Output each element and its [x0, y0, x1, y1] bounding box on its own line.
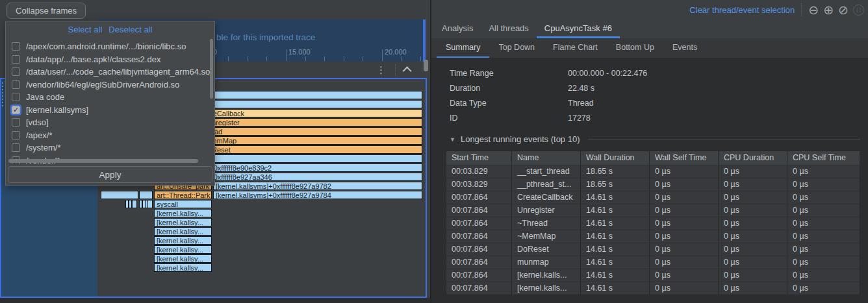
table-row[interactable]: 00:07.864CreateCallback14.61 s0 µs0 µs0 … [446, 191, 860, 204]
tab-cpuasynctask-6[interactable]: CpuAsyncTask #6 [537, 19, 620, 38]
frames-list-item[interactable]: /apex/* [6, 129, 210, 142]
table-row[interactable]: 00:07.864DoReset14.61 s0 µs0 µs0 µs [446, 243, 860, 256]
table-cell: 0 µs [787, 230, 861, 243]
table-cell: 0 µs [718, 269, 787, 282]
checkbox[interactable] [12, 143, 20, 152]
flame-bar[interactable]: [kernel.kallsy... [154, 263, 212, 272]
table-row[interactable]: 00:07.864[kernel.kalls...14.61 s0 µs0 µs… [446, 269, 860, 282]
ruler-minor-tick [324, 56, 325, 61]
events-section-header[interactable]: ▼ Longest running events (top 10) [450, 134, 860, 144]
checkbox[interactable] [12, 80, 20, 89]
subtab-top-down[interactable]: Top Down [489, 38, 544, 58]
frames-list-item[interactable]: /data/user/.../code_cache/libjvmtiagent_… [6, 66, 210, 79]
table-cell: [kernel.kalls... [511, 269, 580, 282]
summary-row-label: Duration [450, 84, 568, 93]
frames-list-item[interactable]: ✓[kernel.kallsyms] [6, 104, 210, 117]
table-row[interactable]: 00:03.829__pthread_st...18.65 s0 µs0 µs0… [446, 178, 860, 191]
left-toolbar: Collapse frames [0, 0, 430, 19]
frames-list-vertical-scrollbar[interactable] [210, 39, 213, 99]
flame-bar[interactable] [101, 191, 138, 199]
table-row[interactable]: 00:07.864~Thread14.61 s0 µs0 µs0 µs [446, 217, 860, 230]
flame-bar[interactable]: [kernel.kallsy... [154, 254, 212, 263]
frames-list-item[interactable]: [vdso] [6, 116, 210, 129]
table-cell: 0 µs [649, 282, 718, 295]
summary-row-label: ID [450, 114, 568, 123]
subtab-summary[interactable]: Summary [437, 38, 489, 58]
flame-bar[interactable]: [kernel.kallsy... [154, 227, 212, 236]
column-header-start-time[interactable]: Start Time [446, 151, 511, 165]
table-cell: 00:07.864 [446, 282, 511, 295]
clear-selection-link[interactable]: Clear thread/event selection [689, 5, 795, 15]
summary-row: Time Range00:00.000 - 00:22.476 [450, 66, 868, 80]
more-options-icon[interactable]: ⋮ [376, 64, 386, 76]
subtab-flame-chart[interactable]: Flame Chart [544, 38, 607, 58]
flame-bar[interactable]: [kernel.kallsyms]+0xffffff8e927a9784 [213, 191, 422, 199]
frames-list-item[interactable]: /vendor/lib64/egl/eglSubDriverAndroid.so [6, 79, 210, 91]
frames-list-item[interactable]: Java code [6, 91, 210, 104]
frames-list-item[interactable]: /system/* [6, 141, 210, 154]
table-row[interactable]: 00:03.829__start_thread18.65 s0 µs0 µs0 … [446, 165, 860, 178]
subtab-events[interactable]: Events [663, 38, 706, 58]
ruler-minor-tick [248, 56, 248, 61]
column-header-cpu-self-time[interactable]: CPU Self Time [787, 151, 861, 165]
checkbox[interactable] [12, 55, 20, 64]
column-header-name[interactable]: Name [511, 151, 580, 165]
table-cell: 00:03.829 [446, 178, 511, 191]
table-row[interactable]: 00:07.864~MemMap14.61 s0 µs0 µs0 µs [446, 230, 860, 243]
divider [395, 64, 396, 76]
table-cell: 14.61 s [580, 191, 649, 204]
checkbox[interactable] [12, 131, 20, 139]
column-header-wall-duration[interactable]: Wall Duration [580, 151, 649, 165]
apply-button[interactable]: Apply [8, 166, 212, 183]
collapse-frames-button[interactable]: Collapse frames [6, 3, 86, 19]
collapse-chevron-icon[interactable] [403, 66, 412, 75]
flame-bar[interactable] [132, 200, 137, 208]
summary-row-value: 22.48 s [568, 84, 594, 93]
table-cell: 0 µs [649, 256, 718, 269]
frames-item-label: /apex/com.android.runtime/.../bionic/lib… [26, 42, 186, 51]
table-cell: 0 µs [718, 217, 787, 230]
table-cell: 0 µs [649, 191, 718, 204]
frames-list-item[interactable]: /apex/com.android.runtime/.../bionic/lib… [6, 40, 210, 53]
table-row[interactable]: 00:07.864Unregister14.61 s0 µs0 µs0 µs [446, 204, 860, 217]
zoom-out-icon[interactable]: ⊖ [808, 4, 819, 16]
table-cell: 0 µs [787, 191, 861, 204]
summary-row-value: Thread [568, 99, 594, 108]
flame-bar[interactable]: [kernel.kallsy... [154, 245, 212, 254]
flame-bar[interactable]: art::Thread::Park [154, 191, 212, 199]
column-header-cpu-duration[interactable]: CPU Duration [718, 151, 787, 165]
column-header-wall-self-time[interactable]: Wall Self Time [649, 151, 718, 165]
flame-bar[interactable]: syscall [154, 200, 212, 208]
flame-bar[interactable] [147, 200, 153, 208]
zoom-to-selection-icon[interactable]: [ ] [853, 5, 864, 16]
drag-handle[interactable] [2, 82, 3, 107]
table-cell: 00:07.864 [446, 243, 511, 256]
tab-all-threads[interactable]: All threads [481, 19, 536, 38]
checkbox[interactable] [12, 93, 20, 101]
frames-list-item[interactable]: /data/app/.../base.apk!/classes2.dex [6, 53, 210, 66]
table-cell: 14.61 s [580, 230, 649, 243]
flame-bar[interactable]: [kernel.kallsy... [154, 236, 212, 245]
checkbox[interactable] [12, 67, 20, 76]
vertical-scrollbar[interactable] [424, 60, 428, 71]
select-all-link[interactable]: Select all [68, 25, 103, 34]
reset-zoom-icon[interactable]: ⊘ [838, 4, 849, 16]
checkbox[interactable] [12, 118, 20, 127]
flame-bar[interactable]: [kernel.kallsy... [154, 209, 212, 217]
table-row[interactable]: 00:07.864munmap14.61 s0 µs0 µs0 µs [446, 256, 860, 269]
flame-bar[interactable] [139, 191, 153, 199]
deselect-all-link[interactable]: Deselect all [108, 25, 152, 34]
table-row[interactable]: 00:07.864[kernel.kalls...14.61 s0 µs0 µs… [446, 282, 860, 295]
flame-bar[interactable]: [kernel.kallsyms]+0xffffff8e927a9782 [213, 182, 422, 190]
tab-analysis[interactable]: Analysis [434, 19, 481, 38]
checkbox-checked[interactable]: ✓ [12, 106, 20, 114]
zoom-in-icon[interactable]: ⊕ [823, 4, 834, 16]
table-cell: 0 µs [649, 178, 718, 191]
table-cell: 00:07.864 [446, 230, 511, 243]
flame-bar[interactable]: [kernel.kallsy... [154, 218, 212, 226]
table-cell: 18.65 s [580, 165, 649, 178]
frames-list-horizontal-scrollbar[interactable] [8, 159, 198, 163]
checkbox[interactable] [12, 42, 20, 51]
subtab-bottom-up[interactable]: Bottom Up [607, 38, 663, 58]
view-tabs: SummaryTop DownFlame ChartBottom UpEvent… [431, 38, 868, 58]
